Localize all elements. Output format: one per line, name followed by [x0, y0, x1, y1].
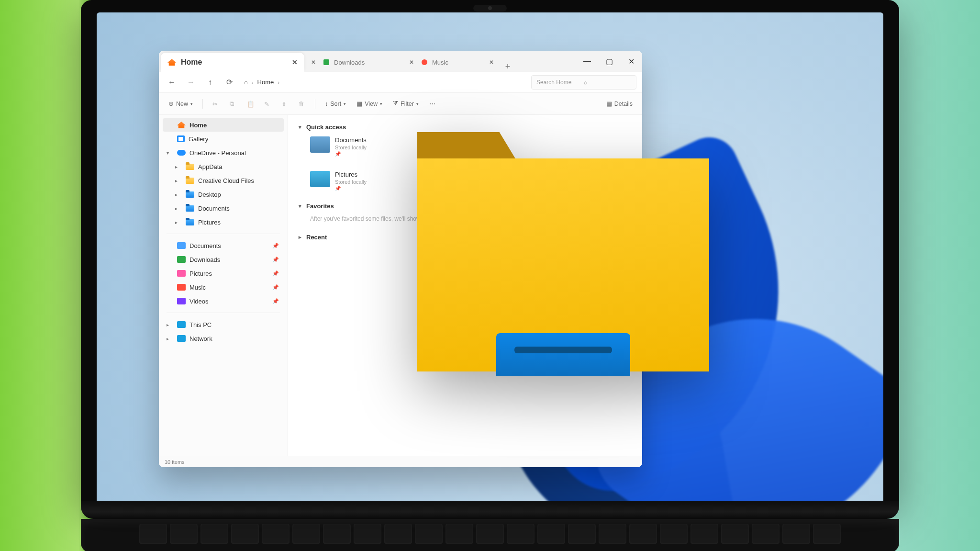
cut-button[interactable]: ✂ — [209, 99, 223, 109]
close-icon[interactable]: ✕ — [489, 59, 494, 66]
sidebar-label: Music — [189, 284, 206, 291]
downloads-icon — [177, 256, 186, 263]
sidebar-lib-pictures[interactable]: Pictures 📌 — [163, 267, 284, 280]
quick-item-pictures[interactable]: Pictures Stored locally 📌 — [310, 171, 411, 191]
sidebar-item-documents[interactable]: ▸ Documents — [163, 202, 284, 215]
folder-icon — [186, 164, 194, 170]
sidebar-item-pictures[interactable]: ▸ Pictures — [163, 215, 284, 229]
chevron-down-icon: ▾ — [299, 124, 301, 130]
sidebar-lib-music[interactable]: Music 📌 — [163, 281, 284, 294]
tab-strip: Home ✕ ✕ Downloads ✕ Music ✕ + — [159, 51, 642, 72]
item-sub: Stored locally — [335, 179, 367, 185]
music-icon — [422, 59, 427, 65]
screen-bezel: Home ✕ ✕ Downloads ✕ Music ✕ + — [81, 0, 899, 501]
new-button[interactable]: ⊕ New ▾ — [165, 98, 197, 109]
breadcrumb[interactable]: ⌂ › Home › — [241, 79, 526, 86]
chevron-right-icon[interactable]: ▸ — [175, 164, 178, 169]
sort-label: Sort — [330, 101, 341, 107]
section-header-quick-access[interactable]: ▾ Quick access — [299, 124, 632, 131]
sidebar-item-onedrive[interactable]: ▾ OneDrive - Personal — [163, 146, 284, 159]
pin-icon: 📌 — [272, 257, 279, 263]
tab-label: Music — [432, 59, 448, 66]
delete-button[interactable]: 🗑 — [295, 99, 309, 109]
tab-home[interactable]: Home ✕ — [161, 53, 304, 72]
details-icon: ▤ — [606, 100, 612, 107]
chevron-right-icon[interactable]: ▸ — [167, 336, 169, 341]
trash-icon: 🗑 — [299, 101, 305, 107]
details-button[interactable]: ▤ Details — [602, 98, 636, 109]
filter-button[interactable]: ⧩ Filter ▾ — [389, 98, 423, 109]
maximize-button[interactable]: ▢ — [598, 51, 620, 72]
documents-icon — [177, 242, 186, 249]
chevron-right-icon[interactable]: ▸ — [175, 220, 178, 225]
command-bar: ⊕ New ▾ ✂ ⧉ 📋 ✎ ⇪ 🗑 ↕ Sort ▾ — [159, 93, 642, 115]
more-button[interactable]: ⋯ — [425, 98, 439, 109]
sidebar-label: Downloads — [189, 256, 220, 263]
view-button[interactable]: ▦ View ▾ — [353, 98, 386, 109]
sidebar-item-gallery[interactable]: Gallery — [163, 132, 284, 146]
quick-item-documents[interactable]: Documents Stored locally 📌 — [310, 136, 411, 157]
cut-icon: ✂ — [212, 101, 219, 107]
sidebar-lib-videos[interactable]: Videos 📌 — [163, 294, 284, 308]
sidebar-item-desktop[interactable]: ▸ Desktop — [163, 188, 284, 201]
sidebar-item-this-pc[interactable]: ▸ This PC — [163, 318, 284, 331]
close-icon[interactable]: ✕ — [311, 59, 316, 66]
close-icon[interactable]: ✕ — [292, 58, 298, 66]
search-input[interactable]: Search Home ⌕ — [531, 75, 636, 90]
videos-icon — [177, 298, 186, 304]
rename-icon: ✎ — [264, 101, 271, 107]
pin-icon: 📌 — [335, 151, 367, 157]
status-bar: 10 items — [159, 456, 642, 467]
chevron-right-icon: › — [278, 79, 279, 85]
crumb-home[interactable]: Home — [257, 79, 274, 86]
chevron-right-icon[interactable]: ▸ — [175, 192, 178, 197]
chevron-down-icon[interactable]: ▾ — [167, 150, 169, 156]
pictures-icon — [177, 270, 186, 277]
sidebar-label: Documents — [189, 242, 221, 249]
share-button[interactable]: ⇪ — [278, 99, 292, 109]
sort-button[interactable]: ↕ Sort ▾ — [321, 99, 350, 109]
sidebar-label: Gallery — [189, 135, 208, 143]
chevron-down-icon: ▾ — [299, 203, 301, 209]
item-sub: Stored locally — [335, 145, 367, 150]
close-window-button[interactable]: ✕ — [620, 51, 642, 72]
sidebar-label: Creative Cloud Files — [198, 177, 254, 184]
view-label: View — [365, 101, 378, 107]
pin-icon: 📌 — [272, 298, 279, 304]
tab-label: Downloads — [334, 59, 365, 66]
folder-icon — [186, 205, 194, 212]
pin-icon: 📌 — [272, 243, 279, 249]
back-button[interactable]: ← — [165, 75, 179, 90]
close-icon[interactable]: ✕ — [409, 59, 414, 66]
filter-icon: ⧩ — [393, 100, 398, 107]
rename-button[interactable]: ✎ — [260, 99, 275, 109]
pin-icon: 📌 — [272, 270, 279, 277]
copy-button[interactable]: ⧉ — [226, 99, 240, 109]
forward-button[interactable]: → — [184, 75, 198, 90]
tab-music[interactable]: ✕ Music ✕ — [402, 53, 501, 72]
folder-icon — [186, 219, 194, 225]
paste-button[interactable]: 📋 — [243, 99, 257, 109]
chevron-right-icon[interactable]: ▸ — [175, 178, 178, 183]
navigation-pane: Home Gallery ▾ OneDrive - Personal ▸ — [159, 115, 288, 456]
sidebar-item-home[interactable]: Home — [163, 118, 284, 132]
new-tab-button[interactable]: + — [501, 62, 515, 72]
sidebar-item-network[interactable]: ▸ Network — [163, 332, 284, 345]
minimize-button[interactable]: — — [576, 51, 598, 72]
sidebar-lib-downloads[interactable]: Downloads 📌 — [163, 253, 284, 266]
documents-icon — [310, 136, 330, 153]
sidebar-lib-documents[interactable]: Documents 📌 — [163, 239, 284, 252]
pc-icon — [177, 321, 186, 328]
chevron-down-icon: ▾ — [190, 101, 193, 106]
new-label: New — [176, 101, 188, 107]
file-explorer-logo — [417, 132, 709, 376]
up-button[interactable]: ↑ — [203, 75, 217, 90]
refresh-button[interactable]: ⟳ — [222, 75, 236, 90]
tab-downloads[interactable]: ✕ Downloads — [304, 53, 402, 72]
home-icon: ⌂ — [244, 79, 248, 86]
sidebar-item-appdata[interactable]: ▸ AppData — [163, 160, 284, 173]
sidebar-item-creative-cloud[interactable]: ▸ Creative Cloud Files — [163, 174, 284, 187]
chevron-right-icon[interactable]: ▸ — [167, 322, 169, 327]
copy-icon: ⧉ — [230, 101, 236, 107]
chevron-right-icon[interactable]: ▸ — [175, 206, 178, 211]
